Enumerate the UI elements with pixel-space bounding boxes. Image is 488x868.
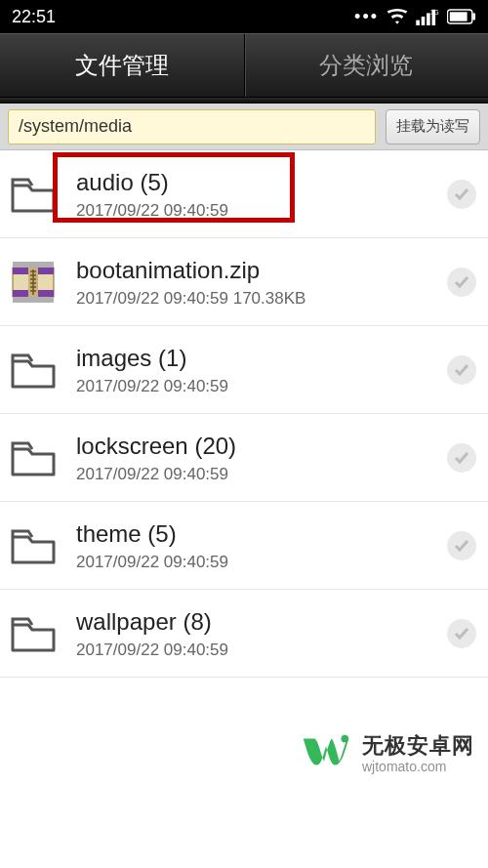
item-title: images (1) <box>76 344 439 373</box>
more-icon: ••• <box>354 7 379 27</box>
svg-rect-2 <box>427 13 430 25</box>
svg-point-14 <box>341 735 348 743</box>
tab-category-browse[interactable]: 分类浏览 <box>244 34 489 97</box>
tab-bar: 文件管理 分类浏览 <box>0 33 488 98</box>
status-time: 22:51 <box>12 7 56 27</box>
path-input[interactable]: /system/media <box>8 109 376 145</box>
zip-icon <box>8 257 59 308</box>
tab-label: 分类浏览 <box>319 50 413 81</box>
path-bar: /system/media 挂载为读写 <box>0 103 488 150</box>
select-checkbox[interactable] <box>447 619 476 648</box>
item-sub: 2017/09/22 09:40:59 <box>76 377 439 396</box>
list-item[interactable]: audio (5) 2017/09/22 09:40:59 <box>0 150 488 238</box>
folder-icon <box>8 608 59 659</box>
item-title: wallpaper (8) <box>76 607 439 637</box>
mount-rw-button[interactable]: 挂载为读写 <box>386 109 480 145</box>
list-item[interactable]: wallpaper (8) 2017/09/22 09:40:59 <box>0 590 488 678</box>
select-checkbox[interactable] <box>447 355 476 385</box>
folder-icon <box>8 345 59 395</box>
item-title: bootanimation.zip <box>76 256 439 285</box>
item-sub: 2017/09/22 09:40:59 <box>76 465 439 484</box>
tab-file-management[interactable]: 文件管理 <box>0 34 244 97</box>
tab-label: 文件管理 <box>75 50 169 81</box>
svg-rect-12 <box>13 262 54 268</box>
battery-icon <box>447 9 476 24</box>
list-item[interactable]: lockscreen (20) 2017/09/22 09:40:59 <box>0 414 488 502</box>
svg-text:3G: 3G <box>430 9 439 16</box>
svg-rect-1 <box>422 17 426 25</box>
item-sub: 2017/09/22 09:40:59 <box>76 553 439 572</box>
svg-rect-6 <box>472 13 475 21</box>
item-sub: 2017/09/22 09:40:59 <box>76 641 439 660</box>
list-item[interactable]: bootanimation.zip 2017/09/22 09:40:59 17… <box>0 238 488 326</box>
screen: 22:51 ••• 3G 文件管理 分类浏览 /system/media 挂载为… <box>0 0 488 868</box>
select-checkbox[interactable] <box>447 531 476 560</box>
watermark-logo-icon <box>298 725 354 782</box>
select-checkbox[interactable] <box>447 268 476 297</box>
folder-icon <box>8 520 59 571</box>
item-sub: 2017/09/22 09:40:59 170.38KB <box>76 289 439 309</box>
svg-rect-0 <box>416 21 420 25</box>
item-title: audio (5) <box>76 168 439 197</box>
list-item[interactable]: images (1) 2017/09/22 09:40:59 <box>0 326 488 414</box>
watermark: 无极安卓网 wjtomato.com <box>298 725 474 782</box>
select-checkbox[interactable] <box>447 443 476 473</box>
svg-rect-13 <box>13 297 54 303</box>
item-title: lockscreen (20) <box>76 432 439 461</box>
svg-rect-7 <box>450 12 468 21</box>
status-bar: 22:51 ••• 3G <box>0 0 488 33</box>
watermark-sub: wjtomato.com <box>362 759 474 774</box>
status-icons: ••• 3G <box>354 7 476 27</box>
signal-icon: 3G <box>416 8 439 25</box>
folder-icon <box>8 169 59 220</box>
file-list: audio (5) 2017/09/22 09:40:59 boota <box>0 150 488 678</box>
item-sub: 2017/09/22 09:40:59 <box>76 201 439 221</box>
wifi-icon <box>386 8 408 25</box>
item-title: theme (5) <box>76 519 439 549</box>
folder-icon <box>8 433 59 483</box>
list-item[interactable]: theme (5) 2017/09/22 09:40:59 <box>0 502 488 590</box>
select-checkbox[interactable] <box>447 180 476 209</box>
watermark-title: 无极安卓网 <box>362 733 474 758</box>
